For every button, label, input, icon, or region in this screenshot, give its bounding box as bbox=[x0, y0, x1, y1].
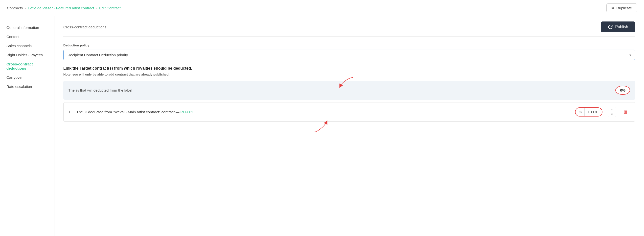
link-target-note-emphasis: already published bbox=[141, 73, 169, 76]
header-row-label: The % that will deducted from the label bbox=[68, 88, 132, 92]
breadcrumb-middle[interactable]: Eefje de Visser - Featured artist contra… bbox=[28, 6, 94, 10]
value-stepper: ▲ ▼ bbox=[608, 107, 616, 117]
sidebar: General information Content Sales channe… bbox=[0, 16, 54, 236]
trash-icon: 🗑 bbox=[624, 109, 628, 114]
deduction-policy-select-wrapper: Recipient Contract Deduction priority ▾ bbox=[63, 50, 635, 60]
header-row-badge: 0% bbox=[615, 86, 630, 95]
link-target-note: Note: you will only be able to add contr… bbox=[63, 73, 635, 76]
top-bar: Contracts › Eefje de Visser - Featured a… bbox=[0, 0, 644, 16]
breadcrumb: Contracts › Eefje de Visser - Featured a… bbox=[7, 6, 121, 10]
sidebar-item-right-holder-payees[interactable]: Right Holder - Payees bbox=[5, 50, 49, 59]
duplicate-label: Duplicate bbox=[616, 6, 632, 10]
content-header: Cross-contract deductions Publish bbox=[63, 16, 635, 36]
sidebar-item-rate-escalation[interactable]: Rate escalation bbox=[5, 82, 49, 91]
annotation-arrow-2 bbox=[309, 120, 329, 133]
breadcrumb-sep-2: › bbox=[96, 6, 97, 10]
sidebar-item-carryover[interactable]: Carryover bbox=[5, 73, 49, 82]
link-target-note-suffix: . bbox=[168, 73, 170, 76]
duplicate-icon: ⧉ bbox=[612, 6, 614, 10]
delete-item-button[interactable]: 🗑 bbox=[622, 108, 630, 116]
deduction-header-row: The % that will deducted from the label … bbox=[63, 81, 635, 100]
deduction-item-row: 1 The % deducted from "Weval - Main arti… bbox=[63, 102, 635, 122]
annotation-arrow-1 bbox=[338, 76, 358, 89]
link-target-heading: Link the Target contract(s) from which r… bbox=[63, 66, 635, 71]
content-area: Cross-contract deductions Publish Deduct… bbox=[54, 16, 644, 236]
item-desc-sep: — bbox=[174, 110, 180, 114]
sidebar-item-sales-channels[interactable]: Sales channels bbox=[5, 41, 49, 50]
section-title: Cross-contract deductions bbox=[63, 25, 106, 29]
breadcrumb-sep-1: › bbox=[25, 6, 26, 10]
item-ref: REF001 bbox=[180, 110, 193, 114]
deduction-policy-select[interactable]: Recipient Contract Deduction priority bbox=[63, 50, 635, 60]
sidebar-item-general-information[interactable]: General information bbox=[5, 23, 49, 32]
percent-value-input[interactable] bbox=[585, 108, 602, 116]
sidebar-item-content[interactable]: Content bbox=[5, 32, 49, 41]
percent-input-group: % bbox=[575, 107, 602, 117]
duplicate-button[interactable]: ⧉ Duplicate bbox=[606, 3, 637, 12]
publish-label: Publish bbox=[615, 25, 628, 29]
main-layout: General information Content Sales channe… bbox=[0, 16, 644, 236]
publish-icon bbox=[608, 24, 613, 29]
publish-button[interactable]: Publish bbox=[601, 21, 635, 32]
deduction-policy-label: Deduction policy bbox=[63, 43, 635, 47]
breadcrumb-current[interactable]: Edit Contract bbox=[99, 6, 121, 10]
item-desc-prefix: The % deducted from "Weval - Main artist… bbox=[76, 110, 174, 114]
link-target-note-prefix: Note: you will only be able to add contr… bbox=[63, 73, 141, 76]
item-description: The % deducted from "Weval - Main artist… bbox=[76, 110, 572, 114]
sidebar-item-cross-contract-deductions[interactable]: Cross-contract deductions bbox=[5, 59, 49, 73]
stepper-up-button[interactable]: ▲ bbox=[608, 107, 616, 112]
breadcrumb-root: Contracts bbox=[7, 6, 23, 10]
item-number: 1 bbox=[68, 110, 73, 114]
percent-sign-icon: % bbox=[576, 108, 585, 116]
stepper-down-button[interactable]: ▼ bbox=[608, 112, 616, 117]
